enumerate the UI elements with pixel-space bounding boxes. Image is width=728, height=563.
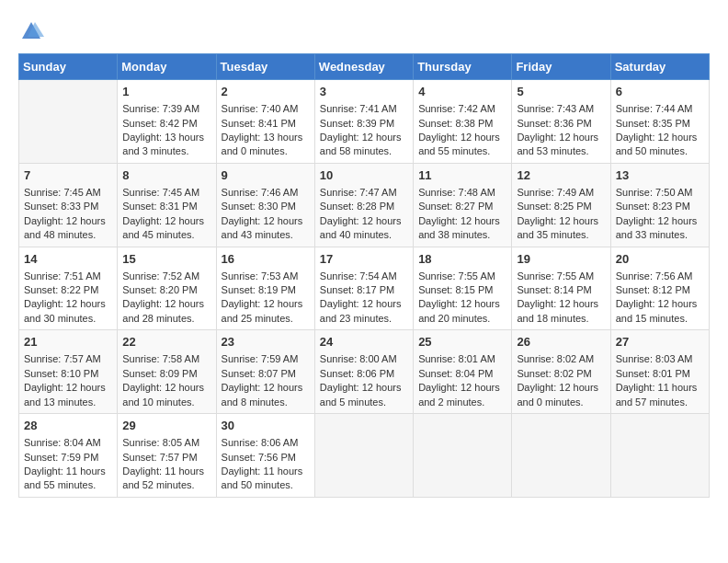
- day-of-week-header: Wednesday: [314, 54, 413, 80]
- cell-content: 17Sunrise: 7:54 AMSunset: 8:17 PMDayligh…: [320, 251, 408, 327]
- daylight-text: Daylight: 13 hours and 0 minutes.: [222, 131, 310, 159]
- daylight-text: Daylight: 11 hours and 50 minutes.: [222, 465, 310, 493]
- day-number: 23: [222, 334, 310, 350]
- daylight-text: Daylight: 12 hours and 38 minutes.: [418, 214, 506, 243]
- day-number: 8: [122, 167, 210, 184]
- calendar-cell: 7Sunrise: 7:45 AMSunset: 8:33 PMDaylight…: [19, 163, 118, 247]
- sunrise-text: Sunrise: 8:00 AM: [320, 352, 408, 366]
- calendar-cell: [512, 414, 610, 498]
- daylight-text: Daylight: 12 hours and 30 minutes.: [24, 297, 112, 326]
- cell-content: 21Sunrise: 7:57 AMSunset: 8:10 PMDayligh…: [24, 334, 112, 409]
- calendar-cell: 5Sunrise: 7:43 AMSunset: 8:36 PMDaylight…: [512, 80, 610, 164]
- sunrise-text: Sunrise: 7:57 AM: [24, 352, 112, 366]
- cell-content: 11Sunrise: 7:48 AMSunset: 8:27 PMDayligh…: [418, 167, 506, 243]
- cell-content: 5Sunrise: 7:43 AMSunset: 8:36 PMDaylight…: [517, 84, 605, 159]
- sunset-text: Sunset: 8:22 PM: [24, 283, 112, 297]
- daylight-text: Daylight: 12 hours and 43 minutes.: [222, 214, 310, 243]
- sunrise-text: Sunrise: 7:44 AM: [616, 102, 704, 116]
- daylight-text: Daylight: 12 hours and 35 minutes.: [517, 214, 605, 243]
- calendar-cell: 21Sunrise: 7:57 AMSunset: 8:10 PMDayligh…: [19, 330, 118, 414]
- calendar-week-row: 28Sunrise: 8:04 AMSunset: 7:59 PMDayligh…: [19, 414, 710, 498]
- sunrise-text: Sunrise: 7:47 AM: [320, 186, 408, 200]
- sunset-text: Sunset: 8:20 PM: [122, 283, 210, 297]
- calendar-header: SundayMondayTuesdayWednesdayThursdayFrid…: [19, 54, 710, 80]
- sunset-text: Sunset: 7:56 PM: [222, 451, 310, 465]
- calendar-cell: 22Sunrise: 7:58 AMSunset: 8:09 PMDayligh…: [118, 330, 216, 414]
- cell-content: 13Sunrise: 7:50 AMSunset: 8:23 PMDayligh…: [616, 167, 704, 243]
- sunrise-text: Sunrise: 7:52 AM: [122, 270, 210, 283]
- sunset-text: Sunset: 8:27 PM: [418, 200, 506, 213]
- sunrise-text: Sunrise: 8:05 AM: [122, 436, 210, 450]
- calendar-body: 1Sunrise: 7:39 AMSunset: 8:42 PMDaylight…: [19, 80, 710, 498]
- sunrise-text: Sunrise: 7:40 AM: [222, 102, 310, 116]
- sunrise-text: Sunrise: 7:48 AM: [418, 186, 506, 200]
- cell-content: 2Sunrise: 7:40 AMSunset: 8:41 PMDaylight…: [222, 84, 310, 159]
- cell-content: 14Sunrise: 7:51 AMSunset: 8:22 PMDayligh…: [24, 251, 112, 327]
- cell-content: 22Sunrise: 7:58 AMSunset: 8:09 PMDayligh…: [122, 334, 210, 409]
- daylight-text: Daylight: 12 hours and 8 minutes.: [222, 381, 310, 409]
- cell-content: 18Sunrise: 7:55 AMSunset: 8:15 PMDayligh…: [418, 251, 506, 327]
- sunrise-text: Sunrise: 7:43 AM: [517, 102, 605, 116]
- daylight-text: Daylight: 12 hours and 48 minutes.: [24, 214, 112, 243]
- day-number: 21: [24, 334, 112, 350]
- day-number: 19: [517, 251, 605, 268]
- cell-content: 27Sunrise: 8:03 AMSunset: 8:01 PMDayligh…: [616, 334, 704, 409]
- day-number: 28: [24, 418, 112, 434]
- calendar-week-row: 14Sunrise: 7:51 AMSunset: 8:22 PMDayligh…: [19, 247, 710, 330]
- daylight-text: Daylight: 12 hours and 25 minutes.: [222, 297, 310, 326]
- sunrise-text: Sunrise: 7:42 AM: [418, 102, 506, 116]
- day-number: 9: [222, 167, 310, 184]
- cell-content: 3Sunrise: 7:41 AMSunset: 8:39 PMDaylight…: [320, 84, 408, 159]
- day-number: 14: [24, 251, 112, 268]
- daylight-text: Daylight: 12 hours and 28 minutes.: [122, 297, 210, 326]
- sunrise-text: Sunrise: 7:46 AM: [222, 186, 310, 200]
- day-of-week-header: Tuesday: [216, 54, 314, 80]
- calendar-cell: [314, 414, 413, 498]
- page-header: [18, 18, 710, 44]
- sunrise-text: Sunrise: 8:03 AM: [616, 352, 704, 366]
- sunrise-text: Sunrise: 7:55 AM: [418, 270, 506, 283]
- calendar-cell: 26Sunrise: 8:02 AMSunset: 8:02 PMDayligh…: [512, 330, 610, 414]
- day-number: 10: [320, 167, 408, 184]
- daylight-text: Daylight: 12 hours and 0 minutes.: [517, 381, 605, 409]
- calendar-cell: 29Sunrise: 8:05 AMSunset: 7:57 PMDayligh…: [118, 414, 216, 498]
- cell-content: 8Sunrise: 7:45 AMSunset: 8:31 PMDaylight…: [122, 167, 210, 243]
- sunset-text: Sunset: 8:04 PM: [418, 367, 506, 381]
- cell-content: 6Sunrise: 7:44 AMSunset: 8:35 PMDaylight…: [616, 84, 704, 159]
- calendar-cell: 8Sunrise: 7:45 AMSunset: 8:31 PMDaylight…: [118, 163, 216, 247]
- calendar-week-row: 21Sunrise: 7:57 AMSunset: 8:10 PMDayligh…: [19, 330, 710, 414]
- daylight-text: Daylight: 12 hours and 2 minutes.: [418, 381, 506, 409]
- calendar-cell: 4Sunrise: 7:42 AMSunset: 8:38 PMDaylight…: [414, 80, 512, 164]
- sunset-text: Sunset: 8:35 PM: [616, 117, 704, 131]
- sunrise-text: Sunrise: 7:55 AM: [517, 270, 605, 283]
- sunrise-text: Sunrise: 7:53 AM: [222, 270, 310, 283]
- sunset-text: Sunset: 8:19 PM: [222, 283, 310, 297]
- sunset-text: Sunset: 8:14 PM: [517, 283, 605, 297]
- day-number: 7: [24, 167, 112, 184]
- day-of-week-header: Thursday: [414, 54, 512, 80]
- calendar-week-row: 7Sunrise: 7:45 AMSunset: 8:33 PMDaylight…: [19, 163, 710, 247]
- calendar-cell: [610, 414, 709, 498]
- cell-content: 24Sunrise: 8:00 AMSunset: 8:06 PMDayligh…: [320, 334, 408, 409]
- cell-content: 15Sunrise: 7:52 AMSunset: 8:20 PMDayligh…: [122, 251, 210, 327]
- sunset-text: Sunset: 8:06 PM: [320, 367, 408, 381]
- sunset-text: Sunset: 8:15 PM: [418, 283, 506, 297]
- cell-content: 10Sunrise: 7:47 AMSunset: 8:28 PMDayligh…: [320, 167, 408, 243]
- calendar-cell: 23Sunrise: 7:59 AMSunset: 8:07 PMDayligh…: [216, 330, 314, 414]
- day-number: 11: [418, 167, 506, 184]
- daylight-text: Daylight: 12 hours and 40 minutes.: [320, 214, 408, 243]
- calendar-cell: 27Sunrise: 8:03 AMSunset: 8:01 PMDayligh…: [610, 330, 709, 414]
- calendar-week-row: 1Sunrise: 7:39 AMSunset: 8:42 PMDaylight…: [19, 80, 710, 164]
- calendar-cell: 30Sunrise: 8:06 AMSunset: 7:56 PMDayligh…: [216, 414, 314, 498]
- cell-content: 20Sunrise: 7:56 AMSunset: 8:12 PMDayligh…: [616, 251, 704, 327]
- calendar-cell: 24Sunrise: 8:00 AMSunset: 8:06 PMDayligh…: [314, 330, 413, 414]
- day-number: 2: [222, 84, 310, 100]
- day-number: 1: [122, 84, 210, 100]
- day-of-week-header: Friday: [512, 54, 610, 80]
- calendar-cell: 13Sunrise: 7:50 AMSunset: 8:23 PMDayligh…: [610, 163, 709, 247]
- sunset-text: Sunset: 8:12 PM: [616, 283, 704, 297]
- day-number: 26: [517, 334, 605, 350]
- sunset-text: Sunset: 8:10 PM: [24, 367, 112, 381]
- cell-content: 12Sunrise: 7:49 AMSunset: 8:25 PMDayligh…: [517, 167, 605, 243]
- cell-content: 30Sunrise: 8:06 AMSunset: 7:56 PMDayligh…: [222, 418, 310, 493]
